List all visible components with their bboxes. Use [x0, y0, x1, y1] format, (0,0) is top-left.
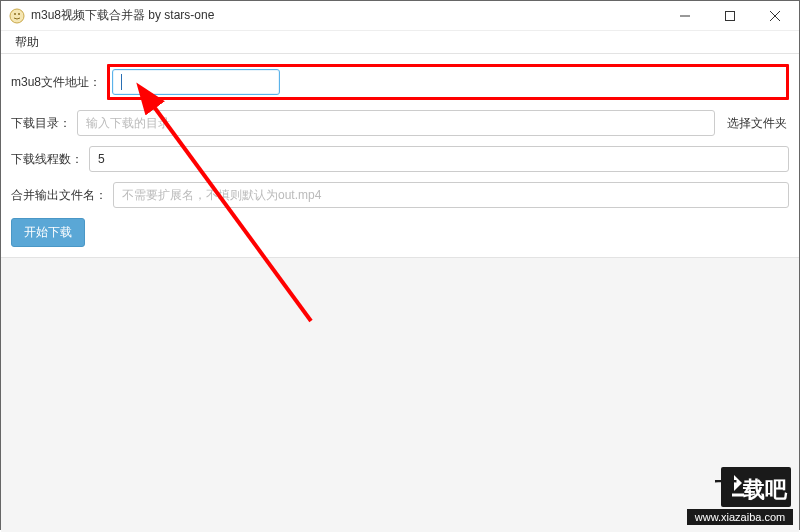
app-icon — [9, 8, 25, 24]
form-area: m3u8文件地址： 下载目录： 选择文件夹 下载线程数： 合并输出文件名： — [1, 54, 799, 258]
svg-point-0 — [10, 9, 24, 23]
url-input[interactable] — [112, 69, 280, 95]
label-url: m3u8文件地址： — [11, 74, 101, 91]
label-output: 合并输出文件名： — [11, 187, 107, 204]
titlebar: m3u8视频下载合并器 by stars-one — [1, 1, 799, 31]
start-download-button[interactable]: 开始下载 — [11, 218, 85, 247]
row-directory: 下载目录： 选择文件夹 — [11, 110, 789, 136]
window-title: m3u8视频下载合并器 by stars-one — [31, 7, 662, 24]
row-threads: 下载线程数： — [11, 146, 789, 172]
close-button[interactable] — [752, 2, 797, 30]
output-input[interactable] — [113, 182, 789, 208]
content-area — [1, 258, 799, 532]
minimize-button[interactable] — [662, 2, 707, 30]
menubar: 帮助 — [1, 31, 799, 54]
highlight-frame — [107, 64, 789, 100]
app-window: m3u8视频下载合并器 by stars-one 帮助 m3u8文件地址： — [0, 0, 800, 530]
text-caret — [121, 74, 122, 90]
label-threads: 下载线程数： — [11, 151, 83, 168]
menu-help[interactable]: 帮助 — [7, 31, 47, 54]
window-controls — [662, 2, 797, 30]
row-output: 合并输出文件名： — [11, 182, 789, 208]
maximize-button[interactable] — [707, 2, 752, 30]
svg-point-1 — [14, 13, 16, 15]
threads-input[interactable] — [89, 146, 789, 172]
label-directory: 下载目录： — [11, 115, 71, 132]
directory-input[interactable] — [77, 110, 715, 136]
row-url: m3u8文件地址： — [11, 64, 789, 100]
svg-rect-4 — [725, 11, 734, 20]
browse-button[interactable]: 选择文件夹 — [725, 111, 789, 136]
row-start: 开始下载 — [11, 218, 789, 247]
svg-point-2 — [18, 13, 20, 15]
